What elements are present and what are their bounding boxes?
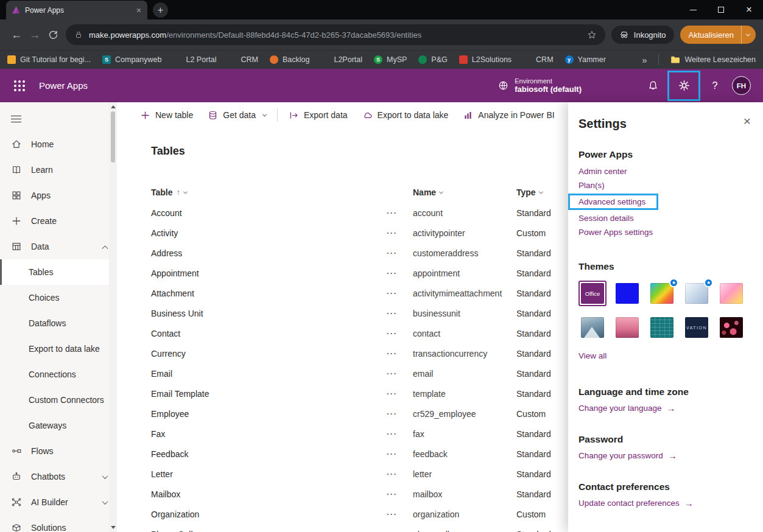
- sidebar-item-learn[interactable]: Learn: [0, 157, 117, 183]
- chevron-down-icon[interactable]: [183, 189, 187, 194]
- theme-rainbow-tile[interactable]: ★: [648, 281, 676, 306]
- theme-innovation-tile[interactable]: VATION: [683, 315, 711, 340]
- settings-link[interactable]: Power Apps settings: [578, 228, 653, 237]
- row-more-actions-icon[interactable]: ···: [387, 449, 413, 458]
- row-more-actions-icon[interactable]: ···: [387, 289, 413, 298]
- sidebar-item-chatbots[interactable]: Chatbots: [0, 464, 117, 489]
- window-maximize-button[interactable]: [707, 0, 735, 19]
- chevron-down-icon[interactable]: [102, 473, 108, 479]
- table-display-name[interactable]: Organization: [151, 509, 387, 519]
- row-more-actions-icon[interactable]: ···: [387, 248, 413, 257]
- settings-gear-button[interactable]: [667, 71, 700, 101]
- sidebar-item-tables[interactable]: Tables: [0, 259, 117, 285]
- close-panel-icon[interactable]: ×: [744, 114, 751, 127]
- table-display-name[interactable]: Attachment: [151, 289, 387, 298]
- update-caret-button[interactable]: [742, 33, 756, 37]
- sidebar-item-gateways[interactable]: Gateways: [0, 413, 117, 438]
- update-contact-preferences-link[interactable]: Update contact preferences→: [578, 498, 694, 508]
- row-more-actions-icon[interactable]: ···: [387, 369, 413, 378]
- bookmark[interactable]: S MySP: [374, 55, 407, 64]
- table-display-name[interactable]: Activity: [151, 228, 387, 238]
- row-more-actions-icon[interactable]: ···: [387, 530, 413, 532]
- notifications-button[interactable]: [639, 71, 666, 100]
- sidebar-item-dataflows[interactable]: Dataflows: [0, 310, 117, 336]
- window-minimize-button[interactable]: [679, 0, 707, 19]
- sidebar-scrollbar[interactable]: [109, 102, 117, 532]
- bookmark[interactable]: L2Portal: [321, 55, 362, 64]
- row-more-actions-icon[interactable]: ···: [387, 469, 413, 478]
- table-display-name[interactable]: Mailbox: [151, 489, 387, 499]
- environment-picker[interactable]: Environment fabiosoft (default): [498, 77, 582, 94]
- theme-palms-tile[interactable]: [613, 315, 641, 340]
- table-display-name[interactable]: Account: [151, 208, 387, 218]
- column-header-name[interactable]: Name: [413, 187, 516, 197]
- row-more-actions-icon[interactable]: ···: [387, 208, 413, 217]
- sidebar-item-ai-builder[interactable]: AI Builder: [0, 489, 117, 515]
- row-more-actions-icon[interactable]: ···: [387, 228, 413, 237]
- bookmark[interactable]: L2 Portal: [173, 55, 216, 64]
- chevron-down-icon[interactable]: [439, 189, 443, 194]
- scrollbar-thumb[interactable]: [111, 111, 115, 163]
- sidebar-item-connections[interactable]: Connections: [0, 362, 117, 387]
- sidebar-item-custom-connectors[interactable]: Custom Connectors: [0, 387, 117, 413]
- theme-blue-tile[interactable]: [613, 281, 641, 306]
- chevron-down-icon[interactable]: [102, 499, 108, 505]
- row-more-actions-icon[interactable]: ···: [387, 349, 413, 358]
- bookmark[interactable]: Git Tutorial for begi...: [7, 55, 91, 64]
- table-display-name[interactable]: Appointment: [151, 268, 387, 278]
- theme-circuit-tile[interactable]: [648, 315, 676, 340]
- sidebar-collapse-button[interactable]: [0, 106, 117, 131]
- sidebar-item-export-to-data-lake[interactable]: Export to data lake: [0, 336, 117, 362]
- row-more-actions-icon[interactable]: ···: [387, 509, 413, 519]
- theme-unicorn-tile[interactable]: [717, 281, 745, 306]
- browser-tab[interactable]: Power Apps ×: [6, 1, 147, 19]
- settings-link[interactable]: Session details: [578, 214, 634, 223]
- row-more-actions-icon[interactable]: ···: [387, 429, 413, 438]
- table-display-name[interactable]: Email Template: [151, 389, 387, 399]
- table-display-name[interactable]: Phone Call: [151, 530, 387, 532]
- row-more-actions-icon[interactable]: ···: [387, 389, 413, 398]
- chevron-up-icon[interactable]: [102, 245, 108, 251]
- settings-link[interactable]: Admin center: [578, 167, 627, 176]
- table-display-name[interactable]: Address: [151, 248, 387, 258]
- export-to-data-lake-button[interactable]: Export to data lake: [362, 110, 449, 121]
- row-more-actions-icon[interactable]: ···: [387, 309, 413, 318]
- get-data-dropdown-chevron[interactable]: [262, 112, 267, 116]
- settings-link[interactable]: Advanced settings: [578, 197, 645, 206]
- sidebar-item-create[interactable]: Create: [0, 208, 117, 234]
- theme-silver-tile[interactable]: ★: [683, 281, 711, 306]
- table-display-name[interactable]: Letter: [151, 469, 387, 479]
- sidebar-item-flows[interactable]: Flows: [0, 438, 117, 464]
- back-button[interactable]: ←: [7, 29, 26, 41]
- bookmark[interactable]: CRM: [523, 55, 553, 64]
- get-data-button[interactable]: Get data: [208, 110, 256, 121]
- table-display-name[interactable]: Employee: [151, 409, 387, 419]
- column-header-table[interactable]: Table ↑: [151, 187, 387, 197]
- other-bookmarks-button[interactable]: Weitere Lesezeichen: [670, 55, 756, 64]
- app-launcher-waffle-icon[interactable]: [7, 74, 32, 98]
- bookmark[interactable]: S Companyweb: [102, 55, 161, 64]
- analyze-in-power-bi-button[interactable]: Analyze in Power BI: [463, 110, 554, 121]
- new-table-button[interactable]: New table: [140, 110, 193, 121]
- sidebar-item-home[interactable]: Home: [0, 131, 117, 157]
- theme-bokeh-tile[interactable]: [717, 315, 745, 340]
- table-display-name[interactable]: Feedback: [151, 449, 387, 459]
- table-display-name[interactable]: Fax: [151, 429, 387, 439]
- table-display-name[interactable]: Email: [151, 369, 387, 379]
- bookmark[interactable]: P&G: [418, 55, 447, 64]
- tab-close-icon[interactable]: ×: [136, 6, 141, 15]
- chevron-down-icon[interactable]: [539, 189, 543, 194]
- app-title[interactable]: Power Apps: [39, 80, 88, 91]
- scroll-up-button[interactable]: [109, 103, 117, 111]
- address-bar[interactable]: make.powerapps.com/environments/Default-…: [66, 24, 605, 45]
- sidebar-item-choices[interactable]: Choices: [0, 285, 117, 310]
- table-display-name[interactable]: Business Unit: [151, 309, 387, 318]
- change-password-link[interactable]: Change your password→: [578, 450, 677, 461]
- theme-mountain-tile[interactable]: [578, 315, 607, 340]
- bookmark[interactable]: L2Solutions: [459, 55, 512, 64]
- table-display-name[interactable]: Currency: [151, 349, 387, 359]
- forward-button[interactable]: →: [26, 29, 44, 41]
- user-avatar[interactable]: FH: [732, 76, 751, 95]
- reload-button[interactable]: [44, 30, 62, 40]
- sidebar-item-apps[interactable]: Apps: [0, 183, 117, 208]
